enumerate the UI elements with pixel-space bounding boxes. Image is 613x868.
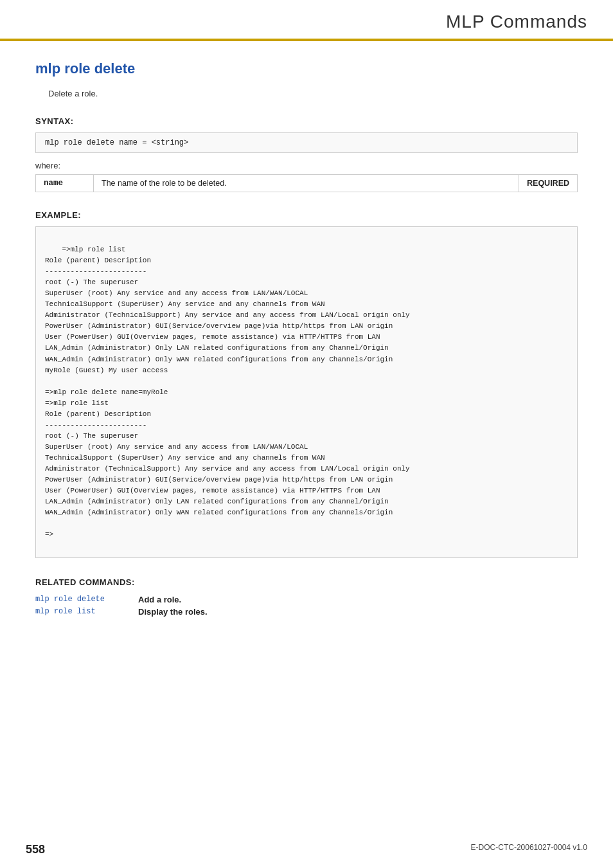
param-row: name The name of the role to be deleted.… [36,175,578,192]
page-header: MLP Commands [0,0,613,40]
example-code-box: =>mlp role list Role (parent) Descriptio… [35,226,578,558]
param-description: The name of the role to be deleted. [94,175,519,192]
main-content: mlp role delete Delete a role. SYNTAX: m… [0,41,613,644]
params-table: name The name of the role to be deleted.… [35,174,578,192]
command-title: mlp role delete [35,60,578,77]
param-required: REQUIRED [519,175,578,192]
doc-id: E-DOC-CTC-20061027-0004 v1.0 [471,843,587,856]
related-command-description: Add a role. [138,593,233,606]
example-code: =>mlp role list Role (parent) Descriptio… [45,246,410,538]
related-command-name[interactable]: mlp role list [35,606,138,618]
command-description: Delete a role. [48,89,578,98]
where-label: where: [35,161,578,170]
syntax-heading: SYNTAX: [35,116,578,126]
param-name: name [36,175,94,192]
related-heading: RELATED COMMANDS: [35,577,578,587]
page-header-title: MLP Commands [446,12,587,32]
related-command-name[interactable]: mlp role delete [35,593,138,606]
related-command-description: Display the roles. [138,606,233,618]
page-number: 558 [26,843,45,856]
syntax-code-box: mlp role delete name = <string> [35,132,578,153]
related-command-row: mlp role delete Add a role. [35,593,233,606]
page-footer: 558 E-DOC-CTC-20061027-0004 v1.0 [0,843,613,856]
example-heading: EXAMPLE: [35,210,578,220]
related-table: mlp role delete Add a role. mlp role lis… [35,593,233,618]
syntax-code: mlp role delete name = <string> [45,138,188,147]
related-command-row: mlp role list Display the roles. [35,606,233,618]
